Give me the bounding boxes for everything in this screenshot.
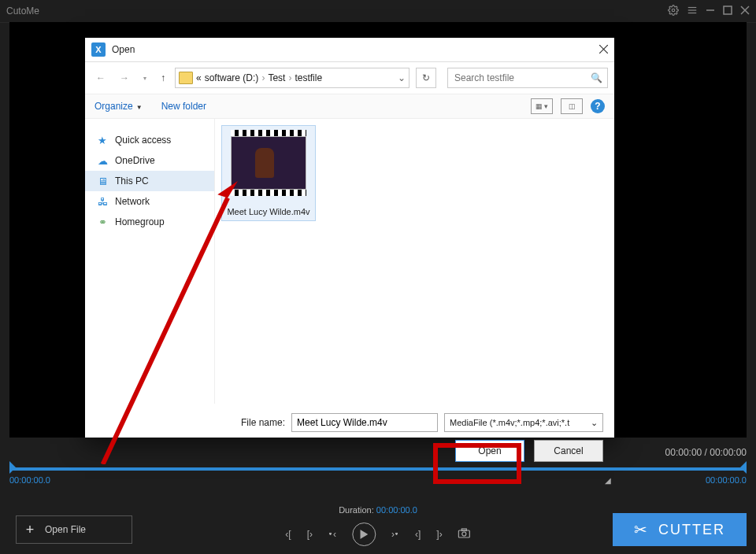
mark-out-icon[interactable]: ‹] bbox=[415, 529, 421, 540]
star-icon: ★ bbox=[96, 134, 109, 146]
svg-rect-5 bbox=[724, 6, 732, 14]
cancel-button[interactable]: Cancel bbox=[534, 440, 603, 462]
svg-rect-11 bbox=[462, 529, 467, 531]
titlebar-controls bbox=[668, 5, 750, 18]
file-type-filter[interactable]: MediaFile (*.m4v;*.mp4;*.avi;*.t⌄ bbox=[444, 413, 603, 432]
timeline-end-handle[interactable] bbox=[740, 461, 747, 474]
file-list-pane[interactable]: Meet Lucy Wilde.m4v bbox=[215, 119, 614, 404]
svg-point-10 bbox=[462, 532, 466, 536]
new-folder-button[interactable]: New folder bbox=[161, 101, 206, 112]
nav-homegroup[interactable]: ⚭ Homegroup bbox=[85, 212, 214, 232]
dialog-footer: File name: MediaFile (*.m4v;*.mp4;*.avi;… bbox=[85, 404, 614, 486]
open-file-label: Open File bbox=[45, 524, 86, 535]
timeline-end-time: 00:00:00.0 bbox=[706, 475, 747, 485]
network-icon: 🖧 bbox=[96, 195, 109, 208]
dialog-close-icon[interactable] bbox=[599, 43, 608, 56]
camera-icon[interactable] bbox=[458, 528, 471, 541]
search-box[interactable]: 🔍 bbox=[447, 68, 608, 88]
nav-this-pc[interactable]: 🖥 This PC bbox=[85, 171, 214, 191]
nav-quick-access[interactable]: ★ Quick access bbox=[85, 130, 214, 150]
nav-network[interactable]: 🖧 Network bbox=[85, 191, 214, 212]
time-display: 00:00:00 / 00:00:00 bbox=[665, 447, 747, 458]
refresh-button[interactable]: ↻ bbox=[416, 68, 436, 88]
plus-icon: + bbox=[23, 523, 37, 537]
path-seg-2[interactable]: Test bbox=[268, 72, 285, 83]
file-name-label: Meet Lucy Wilde.m4v bbox=[227, 206, 309, 217]
search-icon: 🔍 bbox=[591, 72, 602, 83]
cloud-icon: ☁ bbox=[96, 154, 109, 167]
goto-start-icon[interactable]: ‹[ bbox=[285, 529, 291, 540]
nav-onedrive[interactable]: ☁ OneDrive bbox=[85, 150, 214, 171]
transport-controls: ‹[ [› ꞏ‹ ›ꞏ ‹] ]› bbox=[285, 523, 470, 546]
app-title: CutoMe bbox=[6, 6, 668, 17]
dialog-body: ★ Quick access ☁ OneDrive 🖥 This PC 🖧 Ne… bbox=[85, 119, 614, 404]
svg-rect-9 bbox=[459, 530, 470, 537]
address-bar[interactable]: « software (D:) › Test › testfile ⌄ bbox=[175, 68, 410, 88]
file-name-label: File name: bbox=[241, 417, 285, 428]
chevron-right-icon[interactable]: › bbox=[261, 72, 265, 83]
svg-point-0 bbox=[672, 9, 675, 12]
settings-icon[interactable] bbox=[668, 5, 679, 18]
nav-recent-icon[interactable]: ▾ bbox=[139, 73, 151, 83]
dialog-titlebar: X Open bbox=[85, 38, 614, 62]
navigation-pane: ★ Quick access ☁ OneDrive 🖥 This PC 🖧 Ne… bbox=[85, 119, 215, 404]
svg-marker-8 bbox=[360, 530, 368, 539]
file-item[interactable]: Meet Lucy Wilde.m4v bbox=[221, 125, 316, 221]
prev-frame-icon[interactable]: ꞏ‹ bbox=[328, 529, 336, 540]
scissors-icon: ✂ bbox=[634, 520, 649, 539]
nav-back-icon[interactable]: ← bbox=[91, 71, 110, 85]
view-mode-button[interactable]: ▦ ▾ bbox=[531, 98, 553, 114]
cutter-label: CUTTER bbox=[658, 522, 725, 538]
dialog-nav: ← → ▾ ↑ « software (D:) › Test › testfil… bbox=[85, 62, 614, 94]
help-icon[interactable]: ? bbox=[591, 99, 605, 113]
homegroup-icon: ⚭ bbox=[96, 216, 109, 228]
next-frame-icon[interactable]: ›ꞏ bbox=[391, 529, 399, 540]
app-window: CutoMe 00:00:00 / 00:00:00 00:00:00 bbox=[0, 0, 756, 554]
dialog-toolbar: Organize▼ New folder ▦ ▾ ◫ ? bbox=[85, 94, 614, 119]
close-icon[interactable] bbox=[740, 6, 750, 17]
dialog-title: Open bbox=[112, 44, 135, 55]
file-name-input[interactable] bbox=[291, 413, 438, 432]
path-seg-3[interactable]: testfile bbox=[295, 72, 322, 83]
play-button[interactable] bbox=[352, 523, 376, 546]
minimize-icon[interactable] bbox=[706, 6, 715, 17]
cutter-button[interactable]: ✂ CUTTER bbox=[613, 513, 747, 546]
goto-end-icon[interactable]: ]› bbox=[436, 529, 442, 540]
organize-menu[interactable]: Organize▼ bbox=[94, 101, 143, 112]
search-input[interactable] bbox=[453, 72, 591, 84]
open-file-button[interactable]: + Open File bbox=[16, 515, 132, 544]
monitor-icon: 🖥 bbox=[96, 175, 109, 187]
dialog-app-icon: X bbox=[91, 42, 106, 57]
folder-icon bbox=[179, 72, 193, 84]
maximize-icon[interactable] bbox=[723, 6, 732, 17]
resize-grip-icon[interactable]: ◢ bbox=[605, 476, 613, 484]
titlebar: CutoMe bbox=[0, 0, 756, 23]
path-prefix: « bbox=[196, 72, 202, 83]
path-seg-1[interactable]: software (D:) bbox=[205, 72, 259, 83]
nav-forward-icon[interactable]: → bbox=[115, 71, 134, 85]
chevron-right-icon[interactable]: › bbox=[288, 72, 291, 83]
preview-pane-button[interactable]: ◫ bbox=[561, 98, 583, 114]
nav-up-icon[interactable]: ↑ bbox=[156, 71, 170, 85]
video-thumbnail bbox=[231, 136, 306, 190]
mark-in-icon[interactable]: [› bbox=[307, 529, 313, 540]
timeline-start-time: 00:00:00.0 bbox=[9, 475, 50, 485]
open-button[interactable]: Open bbox=[455, 440, 524, 462]
menu-icon[interactable] bbox=[687, 5, 698, 18]
address-dropdown-icon[interactable]: ⌄ bbox=[398, 72, 406, 83]
file-open-dialog: X Open ← → ▾ ↑ « software (D:) › Test › … bbox=[85, 38, 614, 438]
chevron-down-icon: ▼ bbox=[136, 104, 143, 111]
chevron-down-icon: ⌄ bbox=[591, 418, 598, 428]
